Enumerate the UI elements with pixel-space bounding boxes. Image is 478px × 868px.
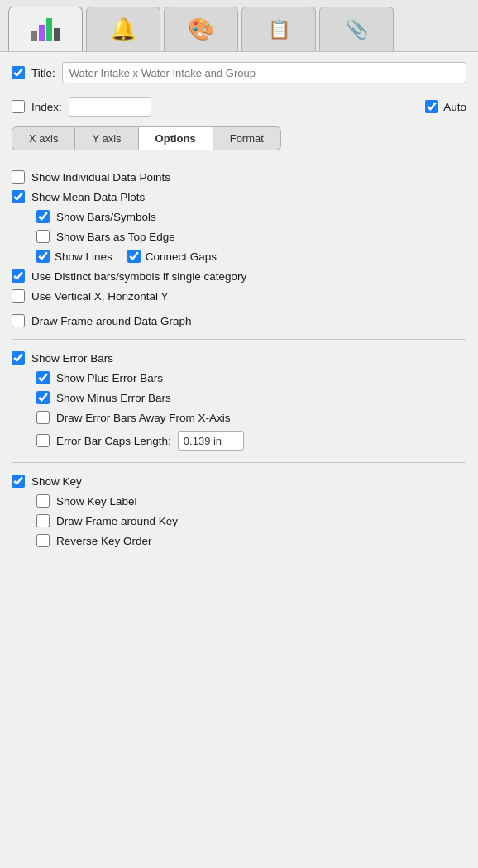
draw-error-bars-away-checkbox[interactable] — [36, 411, 50, 424]
bar-chart-icon — [31, 18, 60, 41]
draw-frame-data-graph-row: Draw Frame around Data Graph — [12, 311, 466, 331]
reverse-key-order-label: Reverse Key Order — [56, 535, 152, 547]
draw-error-bars-away-label: Draw Error Bars Away From X-Axis — [56, 412, 231, 424]
show-bars-symbols-checkbox[interactable] — [36, 210, 50, 223]
index-input[interactable] — [69, 97, 151, 117]
tab-list[interactable]: 📋 — [241, 7, 316, 51]
show-bars-symbols-row: Show Bars/Symbols — [12, 207, 466, 227]
show-error-bars-label: Show Error Bars — [31, 352, 113, 365]
divider-1 — [12, 339, 466, 340]
index-checkbox[interactable] — [12, 100, 25, 113]
sub-tab-bar: X axis Y axis Options Format — [0, 126, 478, 150]
draw-frame-data-graph-checkbox[interactable] — [12, 314, 25, 327]
list-icon: 📋 — [268, 19, 290, 41]
show-mean-data-plots-row: Show Mean Data Plots — [12, 187, 466, 207]
show-bars-symbols-label: Show Bars/Symbols — [56, 211, 156, 223]
use-vertical-x-checkbox[interactable] — [12, 289, 25, 303]
show-key-checkbox[interactable] — [12, 475, 25, 488]
show-individual-data-points-label: Show Individual Data Points — [31, 171, 170, 184]
use-distinct-bars-label: Use Distinct bars/symbols if single cate… — [31, 270, 246, 283]
show-bars-top-edge-label: Show Bars as Top Edge — [56, 231, 175, 243]
index-label: Index: — [31, 101, 62, 113]
show-key-label-row: Show Key Label — [12, 491, 466, 511]
title-checkbox[interactable] — [12, 66, 25, 79]
tab-x-axis[interactable]: X axis — [12, 126, 75, 150]
use-distinct-bars-row: Use Distinct bars/symbols if single cate… — [12, 266, 466, 286]
tab-y-axis[interactable]: Y axis — [75, 126, 138, 150]
auto-checkbox[interactable] — [425, 100, 438, 113]
tab-bell-curve[interactable]: 🔔 — [86, 7, 160, 51]
draw-frame-data-graph-label: Draw Frame around Data Graph — [31, 315, 192, 327]
show-error-bars-row: Show Error Bars — [12, 348, 466, 368]
show-lines-connect-gaps-row: Show Lines Connect Gaps — [12, 246, 466, 266]
title-label: Title: — [31, 67, 55, 79]
show-mean-data-plots-label: Show Mean Data Plots — [31, 191, 145, 203]
title-row: Title: — [0, 52, 478, 93]
index-row: Index: Auto — [0, 93, 478, 126]
draw-frame-key-checkbox[interactable] — [36, 514, 50, 527]
use-vertical-x-label: Use Vertical X, Horizontal Y — [31, 290, 169, 303]
show-lines-label: Show Lines — [55, 250, 112, 263]
draw-error-bars-away-row: Draw Error Bars Away From X-Axis — [12, 408, 466, 427]
show-key-label-text: Show Key Label — [56, 495, 137, 508]
connect-gaps-item: Connect Gaps — [127, 250, 217, 263]
show-key-label-checkbox[interactable] — [36, 494, 50, 508]
connect-gaps-checkbox[interactable] — [127, 250, 141, 263]
show-lines-checkbox[interactable] — [36, 250, 50, 263]
tab-options[interactable]: Options — [139, 126, 213, 150]
bell-icon: 🔔 — [110, 17, 136, 42]
show-bars-top-edge-checkbox[interactable] — [36, 230, 50, 243]
clipboard-icon: 📎 — [346, 19, 368, 41]
connect-gaps-label: Connect Gaps — [146, 250, 217, 263]
show-plus-error-bars-label: Show Plus Error Bars — [56, 372, 163, 384]
error-bar-caps-row: Error Bar Caps Length: — [12, 427, 466, 454]
show-lines-item: Show Lines — [36, 250, 112, 263]
reverse-key-order-checkbox[interactable] — [36, 534, 50, 547]
error-bar-caps-label: Error Bar Caps Length: — [56, 435, 171, 447]
show-minus-error-bars-checkbox[interactable] — [36, 391, 50, 404]
show-plus-error-bars-checkbox[interactable] — [36, 371, 50, 384]
draw-frame-key-label: Draw Frame around Key — [56, 515, 178, 527]
show-individual-data-points-row: Show Individual Data Points — [12, 167, 466, 187]
tab-palette[interactable]: 🎨 — [164, 7, 238, 51]
show-mean-data-plots-checkbox[interactable] — [12, 190, 25, 203]
palette-icon: 🎨 — [188, 17, 214, 42]
show-minus-error-bars-label: Show Minus Error Bars — [56, 392, 171, 404]
auto-group: Auto — [425, 100, 466, 113]
reverse-key-order-row: Reverse Key Order — [12, 531, 466, 551]
show-individual-data-points-checkbox[interactable] — [12, 170, 25, 184]
top-tab-bar: 🔔 🎨 📋 📎 — [0, 0, 478, 52]
divider-2 — [12, 462, 466, 463]
use-distinct-bars-checkbox[interactable] — [12, 269, 25, 283]
auto-label: Auto — [443, 101, 466, 113]
title-input[interactable] — [62, 62, 466, 83]
show-minus-error-bars-row: Show Minus Error Bars — [12, 388, 466, 408]
tab-format[interactable]: Format — [213, 126, 281, 150]
tab-bar-chart[interactable] — [8, 7, 83, 51]
show-key-label: Show Key — [31, 475, 82, 488]
options-content: Show Individual Data Points Show Mean Da… — [0, 162, 478, 556]
error-bar-caps-input[interactable] — [178, 431, 244, 451]
use-vertical-x-row: Use Vertical X, Horizontal Y — [12, 286, 466, 306]
show-error-bars-checkbox[interactable] — [12, 351, 25, 365]
show-plus-error-bars-row: Show Plus Error Bars — [12, 368, 466, 388]
tab-clipboard[interactable]: 📎 — [319, 7, 394, 51]
error-bar-caps-checkbox[interactable] — [36, 434, 50, 447]
show-key-row: Show Key — [12, 471, 466, 491]
draw-frame-key-row: Draw Frame around Key — [12, 511, 466, 531]
show-bars-top-edge-row: Show Bars as Top Edge — [12, 227, 466, 246]
